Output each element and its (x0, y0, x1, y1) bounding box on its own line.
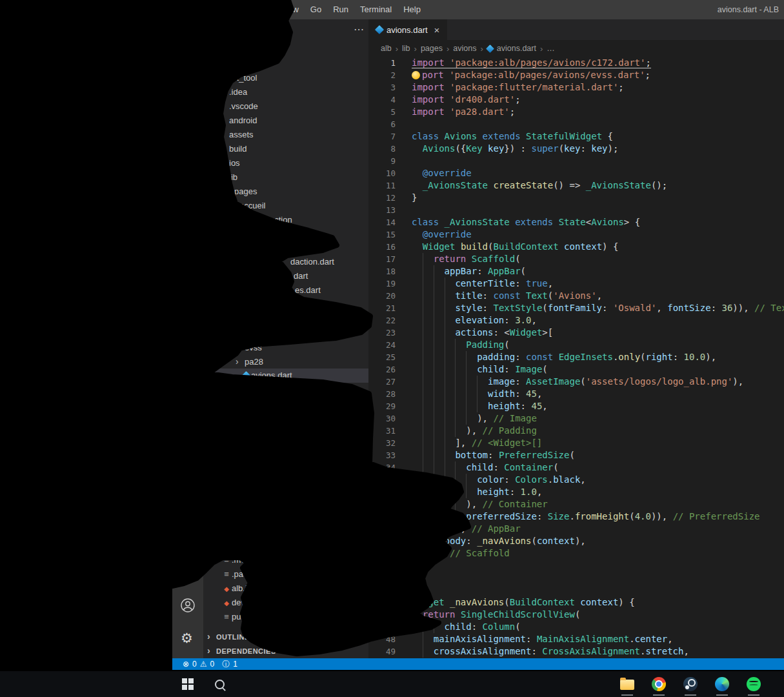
indent-guide (434, 437, 434, 449)
tree-item (203, 241, 368, 255)
tab-close-icon[interactable]: × (434, 25, 440, 35)
tree-item-ace_redaction[interactable]: ›ace_redaction (203, 212, 368, 227)
tree-item-.packages[interactable]: .packages (203, 567, 368, 581)
indent-guide (445, 363, 445, 376)
lightbulb-icon[interactable] (412, 71, 420, 79)
status-bar: ⊗ 0 ⚠ 0 ⓘ 1 (172, 658, 784, 670)
tree-item-ios[interactable]: ›ios (203, 156, 368, 170)
breadcrumb-item[interactable]: pages (421, 44, 443, 53)
tree-item-dart[interactable]: dart (203, 269, 368, 283)
indent-guide (466, 400, 467, 412)
tree-item-build[interactable]: ›build (203, 141, 368, 156)
indent-guide (423, 437, 423, 449)
menu-item-view[interactable]: View (275, 0, 305, 19)
line-number: 14 (368, 216, 396, 228)
file-tree: ›art_tool›.idea›.vscode›android›assets›b… (203, 70, 368, 624)
edge-icon[interactable] (715, 671, 729, 697)
indent-guide (423, 400, 423, 412)
problems-indicator[interactable]: ⊗ 0 ⚠ 0 (183, 658, 214, 670)
spotify-icon[interactable] (747, 671, 761, 697)
line-number: 30 (368, 412, 396, 425)
section-outline[interactable]: ›OUTLINE (203, 629, 368, 643)
menu-bar: FileEditSelectionViewGoRunTerminalHelp (172, 0, 427, 19)
tree-item-.vscode[interactable]: ›.vscode (203, 99, 368, 113)
line-number: 2 (368, 69, 396, 81)
line-number: 41 (368, 547, 396, 560)
code-area[interactable]: 1import 'package:alb/pages/avions/c172.d… (368, 57, 784, 658)
breadcrumb-item[interactable]: … (547, 44, 555, 53)
tree-item-label: evss (245, 343, 262, 352)
tree-item-label: pubspec.yaml (232, 612, 283, 621)
indent-guide (455, 486, 456, 498)
code-line: 24 Padding( (368, 339, 784, 351)
code-line: 43 (368, 572, 784, 584)
breadcrumb-item[interactable]: avions (453, 44, 476, 53)
tree-item-assets[interactable]: ›assets (203, 127, 368, 141)
tree-item-es.dart[interactable]: es.dart (203, 283, 368, 298)
code-line: 34 child: Container( (368, 461, 784, 474)
tree-item-pa28[interactable]: ›pa28 (203, 354, 368, 369)
tree-item-avions.dart[interactable]: avions.dart (203, 369, 368, 383)
indent-guide (423, 461, 423, 474)
indent-guide (455, 498, 456, 510)
code-line: 3import 'package:flutter/material.dart'; (368, 81, 784, 94)
chevron-right-icon: › (230, 198, 239, 212)
code-line: 33 bottom: PreferredSize( (368, 449, 784, 461)
tree-item-pubspec.yaml[interactable]: pubspec.yaml (203, 610, 368, 624)
breadcrumb-item[interactable]: alb (381, 44, 392, 53)
more-actions-button[interactable]: ⋯ (354, 23, 364, 35)
tree-item-lib[interactable]: ›lib (203, 170, 368, 184)
tree-item-.metadata[interactable]: .metadata (203, 553, 368, 567)
search-icon[interactable] (215, 680, 225, 689)
code-line: 2port 'package:alb/pages/avions/evss.dar… (368, 69, 784, 81)
indent-guide (423, 363, 423, 376)
menu-item-edit[interactable]: Edit (203, 0, 228, 19)
breadcrumb-item[interactable]: lib (402, 44, 410, 53)
indent-guide (423, 547, 423, 560)
menu-item-go[interactable]: Go (305, 0, 327, 19)
menu-item-selection[interactable]: Selection (228, 0, 274, 19)
tree-item (203, 439, 368, 454)
windows-start-button[interactable] (182, 678, 194, 690)
tree-item-art_tool[interactable]: ›art_tool (203, 70, 368, 85)
tree-item-.idea[interactable]: ›.idea (203, 85, 368, 99)
indent-guide (466, 486, 467, 498)
line-number: 36 (368, 486, 396, 498)
chrome-icon[interactable] (652, 671, 666, 697)
file-explorer-icon[interactable] (620, 671, 634, 697)
indent-guide (434, 425, 434, 437)
indent-guide (445, 449, 445, 461)
breadcrumb-item[interactable]: avions.dart (497, 44, 536, 53)
indent-guide (434, 412, 434, 425)
steam-icon[interactable] (683, 671, 698, 697)
info-indicator[interactable]: ⓘ 1 (222, 658, 237, 670)
settings-gear-icon[interactable]: ⚙ (181, 631, 193, 645)
indent-guide (434, 314, 434, 327)
error-icon: ⊗ (183, 658, 189, 670)
menu-item-run[interactable]: Run (327, 0, 354, 19)
tab-avions-dart[interactable]: avions.dart × (368, 19, 447, 40)
menu-item-file[interactable]: File (177, 0, 203, 19)
account-icon[interactable] (180, 598, 196, 613)
breadcrumb-separator: › (540, 44, 543, 54)
indent-guide (445, 290, 445, 302)
tree-item-label: pa28 (245, 357, 263, 367)
code-line: 14class _AvionsState extends State<Avion… (368, 216, 784, 228)
indent-guide (434, 302, 434, 314)
line-number: 16 (368, 241, 396, 253)
tree-item-dev.iml[interactable]: dev.iml (203, 596, 368, 610)
tree-item-pages[interactable]: ›pages (203, 184, 368, 198)
tree-item-accueil[interactable]: ›accueil (203, 198, 368, 212)
code-line: 42 } (368, 560, 784, 572)
taskbar (0, 671, 784, 697)
tree-item-android[interactable]: ›android (203, 113, 368, 127)
tree-item-daction.dart[interactable]: daction.dart (203, 255, 368, 269)
line-number: 25 (368, 351, 396, 363)
indent-guide (445, 523, 445, 535)
menu-item-help[interactable]: Help (397, 0, 427, 19)
menu-item-terminal[interactable]: Terminal (354, 0, 397, 19)
tree-item-alb.iml[interactable]: alb.iml (203, 581, 368, 596)
tree-item (203, 411, 368, 425)
section-dependencies[interactable]: ›DEPENDENCIES (203, 643, 368, 658)
tree-item-evss[interactable]: ›evss (203, 340, 368, 354)
